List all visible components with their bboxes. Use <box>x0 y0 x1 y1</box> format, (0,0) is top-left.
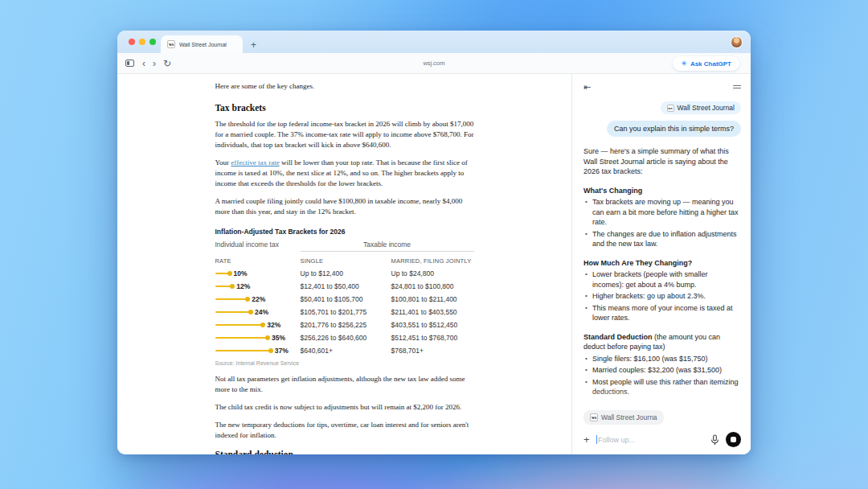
stop-icon <box>731 437 736 442</box>
effective-tax-rate-link[interactable]: effective tax rate <box>231 158 279 166</box>
article-paragraph: The child tax credit is now subject to a… <box>215 402 474 413</box>
tab-wall-street-journal[interactable]: ws Wall Street Journal <box>161 35 243 53</box>
rate-bar <box>215 273 231 275</box>
tax-brackets-table: Inflation-Adjusted Tax Brackets for 2026… <box>215 228 474 366</box>
assistant-section-heading: What's Changing <box>583 186 741 196</box>
wsj-favicon-icon: ws <box>667 105 674 112</box>
article-heading-tax-brackets: Tax brackets <box>215 103 474 113</box>
column-header-rate: RATE <box>215 254 301 267</box>
scroll-fade <box>572 390 751 408</box>
rate-bar <box>215 311 252 314</box>
followup-input[interactable] <box>598 436 707 444</box>
attach-plus-icon[interactable]: + <box>583 434 590 445</box>
chat-footer: ws Wall Street Journa + <box>572 390 751 454</box>
address-bar[interactable]: wsj.com <box>117 60 751 67</box>
desktop: ws Wall Street Journal + ‹ › ↻ wsj.com ✳… <box>0 0 868 489</box>
article-page: Here are some of the key changes. Tax br… <box>117 74 571 454</box>
rate-bar <box>215 286 234 288</box>
assistant-bullet: Lower brackets (people with smaller inco… <box>583 269 741 290</box>
table-row: 12% $12,401 to $50,400 $24,801 to $100,8… <box>215 280 474 293</box>
browser-window: ws Wall Street Journal + ‹ › ↻ wsj.com ✳… <box>117 31 751 454</box>
column-header-single: SINGLE <box>301 254 391 267</box>
assistant-section-heading: Standard Deduction (the amount you can d… <box>583 332 741 352</box>
table-row: 22% $50,401 to $105,700 $100,801 to $211… <box>215 293 474 306</box>
assistant-bullet: Tax brackets are moving up — meaning you… <box>583 197 741 228</box>
rate-bar <box>215 350 272 352</box>
table-title: Inflation-Adjusted Tax Brackets for 2026 <box>215 228 474 236</box>
rate-bar <box>215 324 264 327</box>
minimize-window-button[interactable] <box>139 39 145 45</box>
article-paragraph: Your effective tax rate will be lower th… <box>215 158 474 189</box>
microphone-icon[interactable] <box>710 434 719 446</box>
window-controls <box>129 39 156 45</box>
page-context-chip[interactable]: ws Wall Street Journal <box>661 101 742 114</box>
wsj-favicon-icon: ws <box>167 40 175 48</box>
chatgpt-sidebar: ⇤ ws Wall Street Journal Can you explain… <box>571 74 751 454</box>
zoom-window-button[interactable] <box>149 39 156 45</box>
browser-toolbar: ‹ › ↻ wsj.com ✳ Ask ChatGPT <box>117 53 751 74</box>
table-source: Source: Internal Revenue Service <box>215 360 474 366</box>
article-paragraph: Here are some of the key changes. <box>215 81 474 92</box>
new-tab-button[interactable]: + <box>251 40 256 50</box>
profile-avatar[interactable] <box>731 36 743 48</box>
column-header-married: MARRIED, FILING JOINTLY <box>391 254 474 267</box>
table-group-left: Individual income tax <box>215 240 301 252</box>
article-paragraph: The new temporary deductions for tips, o… <box>215 420 474 441</box>
rate-bar <box>215 337 269 339</box>
assistant-bullet: This means more of your income is taxed … <box>583 303 741 323</box>
table-row: 24% $105,701 to $201,775 $211,401 to $40… <box>215 306 474 318</box>
sidebar-menu-icon[interactable] <box>733 83 741 90</box>
table-group-right: Taxable income <box>301 240 474 252</box>
article-heading-standard-deduction: Standard deduction <box>215 450 474 454</box>
tab-title: Wall Street Journal <box>179 42 227 47</box>
assistant-bullet: The changes are due to inflation adjustm… <box>583 229 741 249</box>
openai-logo-icon: ✳ <box>681 60 687 68</box>
close-window-button[interactable] <box>129 39 135 45</box>
tab-bar: ws Wall Street Journal + <box>117 31 751 53</box>
article-paragraph: A married couple filing jointly could ha… <box>215 196 474 217</box>
context-attachment-chip[interactable]: ws Wall Street Journa <box>583 410 664 425</box>
stop-button[interactable] <box>726 432 741 447</box>
table-row: 37% $640,601+ $768,701+ <box>215 344 474 357</box>
collapse-sidebar-icon[interactable]: ⇤ <box>583 83 591 92</box>
assistant-bullet: Married couples: $32,200 (was $31,500) <box>583 365 741 376</box>
rate-bar <box>215 298 249 301</box>
text-caret <box>596 435 598 444</box>
table-row: 35% $256,226 to $640,600 $512,451 to $76… <box>215 331 474 344</box>
composer: + <box>583 432 741 447</box>
article-paragraph: The threshold for the top federal income… <box>215 119 474 150</box>
assistant-bullet: Higher brackets: go up about 2.3%. <box>583 291 741 302</box>
table-row: 32% $201,776 to $256,225 $403,551 to $51… <box>215 318 474 331</box>
user-message-bubble: Can you explain this in simple terms? <box>607 121 741 137</box>
ask-chatgpt-button[interactable]: ✳ Ask ChatGPT <box>673 56 739 71</box>
assistant-section-heading: How Much Are They Changing? <box>583 258 741 269</box>
wsj-favicon-icon: ws <box>590 413 598 421</box>
table-row: 10% Up to $12,400 Up to $24,800 <box>215 267 474 280</box>
article-paragraph: Not all tax parameters get inflation adj… <box>215 374 474 395</box>
assistant-bullet: Single filers: $16,100 (was $15,750) <box>583 354 741 364</box>
